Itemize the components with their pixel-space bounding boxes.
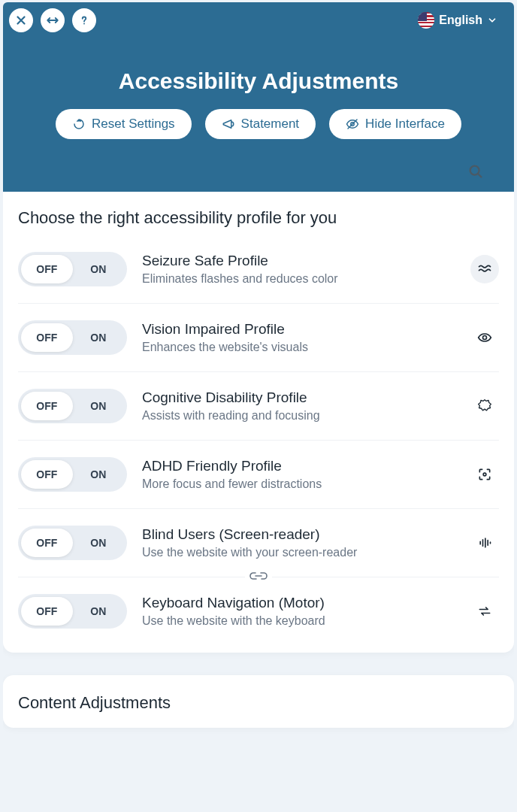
eye-off-icon	[346, 117, 359, 131]
statement-button[interactable]: Statement	[205, 109, 316, 139]
hide-interface-button[interactable]: Hide Interface	[329, 109, 461, 139]
close-icon	[14, 14, 28, 27]
content-adjustments-card: Content Adjustments	[3, 675, 514, 728]
profile-desc: Eliminates flashes and reduces color	[142, 272, 455, 286]
language-selector[interactable]: English	[418, 12, 508, 29]
profile-name: Blind Users (Screen-reader)	[142, 526, 455, 543]
question-icon	[77, 14, 91, 27]
flag-us-icon	[418, 12, 434, 29]
toggle-on: ON	[73, 392, 125, 420]
profile-vision-impaired: OFF ON Vision Impaired Profile Enhances …	[18, 304, 499, 372]
chevron-down-icon	[487, 15, 497, 26]
toggle-off: OFF	[21, 392, 73, 420]
toggle-cognitive[interactable]: OFF ON	[18, 389, 127, 423]
profile-adhd: OFF ON ADHD Friendly Profile More focus …	[18, 441, 499, 509]
toggle-off: OFF	[21, 255, 73, 283]
toggle-keyboard[interactable]: OFF ON	[18, 594, 127, 629]
svg-point-2	[483, 336, 487, 340]
profile-name: ADHD Friendly Profile	[142, 458, 455, 474]
toggle-on: ON	[73, 323, 125, 352]
profile-desc: Use the website with your screen-reader	[142, 546, 455, 559]
arrows-horizontal-icon	[46, 14, 59, 27]
accessibility-header: English Accessibility Adjustments Reset …	[3, 2, 514, 192]
badge-icon	[470, 392, 499, 420]
scroll-area[interactable]: Choose the right accessibility profile f…	[3, 192, 514, 810]
eye-icon	[470, 323, 499, 352]
toggle-off: OFF	[21, 597, 73, 626]
toggle-off: OFF	[21, 460, 73, 489]
toggle-vision-impaired[interactable]: OFF ON	[18, 320, 127, 355]
content-section-title: Content Adjustments	[18, 693, 499, 713]
toggle-on: ON	[73, 255, 125, 283]
swap-icon	[470, 597, 499, 626]
profile-name: Cognitive Disability Profile	[142, 389, 455, 406]
profile-desc: Use the website with the keyboard	[142, 614, 455, 628]
megaphone-icon	[222, 117, 235, 131]
help-button[interactable]	[72, 8, 96, 32]
toggle-off: OFF	[21, 529, 73, 557]
refresh-icon	[72, 117, 86, 131]
position-toggle-button[interactable]	[41, 8, 65, 32]
close-button[interactable]	[9, 8, 33, 32]
profile-seizure-safe: OFF ON Seizure Safe Profile Eliminates f…	[18, 235, 499, 304]
page-title: Accessibility Adjustments	[3, 38, 514, 109]
profiles-card: Choose the right accessibility profile f…	[3, 192, 514, 653]
sound-bars-icon	[470, 529, 499, 557]
toggle-on: ON	[73, 460, 125, 489]
search-icon	[467, 163, 484, 180]
profile-desc: Enhances the website's visuals	[142, 341, 455, 354]
waves-icon	[470, 255, 499, 283]
profile-cognitive: OFF ON Cognitive Disability Profile Assi…	[18, 372, 499, 441]
reset-settings-button[interactable]: Reset Settings	[56, 109, 192, 139]
profiles-section-title: Choose the right accessibility profile f…	[18, 208, 499, 228]
profile-blind: OFF ON Blind Users (Screen-reader) Use t…	[18, 509, 499, 577]
profile-keyboard: OFF ON Keyboard Navigation (Motor) Use t…	[18, 577, 499, 645]
toggle-off: OFF	[21, 323, 73, 352]
toggle-seizure-safe[interactable]: OFF ON	[18, 252, 127, 286]
profile-name: Seizure Safe Profile	[142, 253, 455, 269]
language-label: English	[439, 14, 482, 27]
search-button[interactable]	[467, 163, 484, 183]
profile-name: Vision Impaired Profile	[142, 321, 455, 338]
svg-point-3	[483, 473, 486, 476]
toggle-on: ON	[73, 529, 125, 557]
profile-desc: More focus and fewer distractions	[142, 477, 455, 491]
toggle-adhd[interactable]: OFF ON	[18, 457, 127, 492]
toggle-on: ON	[73, 597, 125, 626]
focus-icon	[470, 460, 499, 489]
toggle-blind[interactable]: OFF ON	[18, 526, 127, 560]
profile-name: Keyboard Navigation (Motor)	[142, 595, 455, 611]
profile-desc: Assists with reading and focusing	[142, 409, 455, 423]
